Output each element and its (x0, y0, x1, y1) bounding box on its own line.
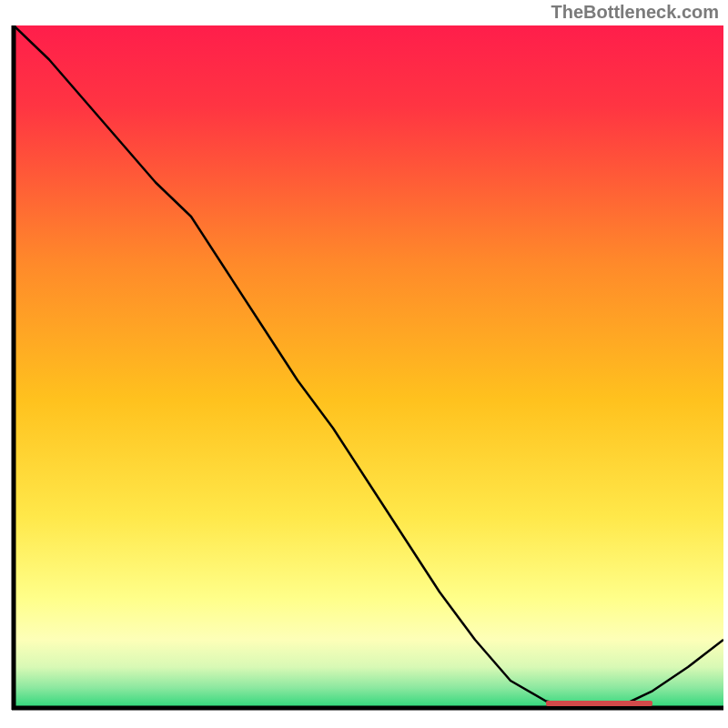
optimal-marker (546, 701, 652, 706)
chart-svg (5, 25, 723, 717)
plot-background (14, 25, 723, 708)
bottleneck-chart (5, 25, 723, 717)
watermark-text: TheBottleneck.com (551, 2, 719, 23)
